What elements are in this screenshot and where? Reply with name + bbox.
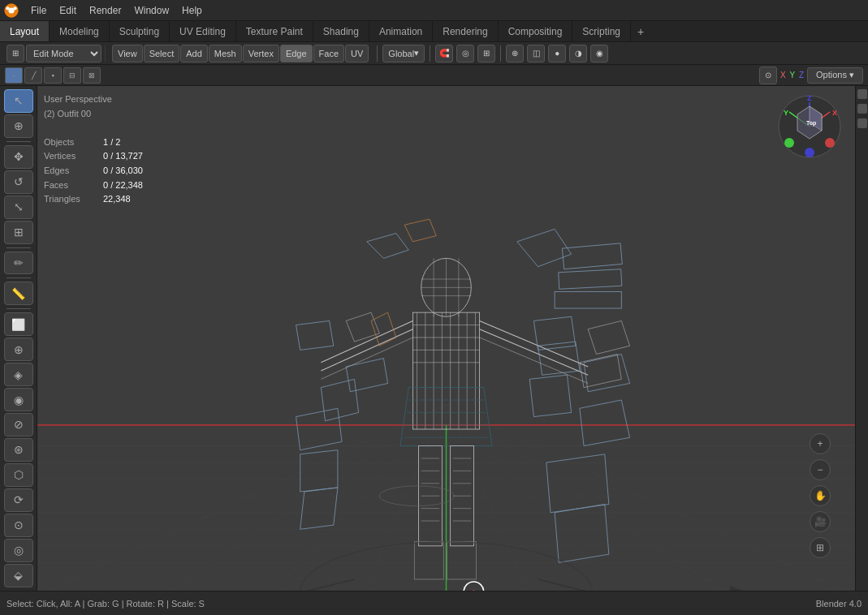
mode-icon: ⊞ (6, 45, 24, 62)
inset-tool[interactable]: ◈ (4, 363, 33, 386)
svg-text:Y: Y (784, 109, 788, 117)
mode-select[interactable]: Edit Mode Object Mode Sculpt Mode (26, 45, 101, 62)
separator-3 (500, 45, 501, 62)
tool-separator-4 (6, 308, 31, 309)
camera-gizmo[interactable]: 🎥 (810, 511, 831, 532)
svg-text:Top: Top (806, 120, 816, 127)
zoom-in-gizmo[interactable]: + (810, 433, 831, 454)
uv-menu[interactable]: UV (345, 45, 369, 62)
zoom-out-gizmo[interactable]: − (810, 459, 831, 480)
rendered-shading[interactable]: ◉ (590, 45, 608, 62)
gizmo-overlay: + − ✋ 🎥 ⊞ (810, 433, 831, 558)
menu-render[interactable]: Render (83, 3, 127, 18)
grid-gizmo[interactable]: ⊞ (810, 537, 831, 558)
smooth-tool[interactable]: ⊙ (4, 514, 33, 537)
tool-separator-2 (6, 247, 31, 248)
tab-animation[interactable]: Animation (369, 21, 433, 41)
scale-tool[interactable]: ⤡ (4, 196, 33, 219)
vertex-select-mode[interactable]: · (5, 67, 23, 84)
right-panel-tool-3[interactable] (857, 118, 867, 128)
magnet-icon[interactable]: 🧲 (435, 45, 453, 62)
edge-menu[interactable]: Edge (280, 45, 313, 62)
svg-point-116 (825, 138, 835, 148)
face-menu[interactable]: Face (313, 45, 344, 62)
options-button[interactable]: Options ▾ (807, 67, 863, 84)
tab-texture-paint[interactable]: Texture Paint (236, 21, 313, 41)
edge-select-mode[interactable]: ╱ (24, 67, 42, 84)
tab-modeling[interactable]: Modeling (50, 21, 110, 41)
face-select-mode[interactable]: ▪ (44, 67, 62, 84)
right-panel-tool-2[interactable] (857, 104, 867, 114)
move-tool[interactable]: ✥ (4, 145, 33, 169)
shrink-tool[interactable]: ◎ (4, 539, 33, 562)
transform-pivot[interactable]: ⊙ (759, 67, 777, 84)
poly-build-tool[interactable]: ⬡ (4, 463, 33, 487)
status-right: Blender 4.0 (816, 599, 862, 609)
spin-tool[interactable]: ⟳ (4, 488, 33, 512)
add-workspace-button[interactable]: + (631, 24, 650, 40)
transform-tool[interactable]: ⊞ (4, 221, 33, 244)
add-cube-tool[interactable]: ⬜ (4, 312, 33, 336)
menu-bar: File Edit Render Window Help (0, 0, 868, 21)
main-content: ↖ ⊕ ✥ ↺ ⤡ ⊞ ✏ 📏 ⬜ ⊕ ◈ ◉ ⊘ ⊛ ⬡ ⟳ ⊙ ◎ ⬙ (0, 86, 868, 591)
scene-canvas (37, 86, 855, 591)
mesh-menu[interactable]: Mesh (209, 45, 242, 62)
right-panel-tool-1[interactable] (857, 89, 867, 99)
separator-2 (430, 45, 430, 62)
tab-shading[interactable]: Shading (313, 21, 369, 41)
tab-scripting[interactable]: Scripting (572, 21, 631, 41)
annotate-tool[interactable]: ✏ (4, 252, 33, 275)
tab-rendering[interactable]: Rendering (433, 21, 498, 41)
nav-cube[interactable]: X Y Z Top (777, 94, 842, 159)
measure-tool[interactable]: 📏 (4, 282, 33, 305)
vertex-menu[interactable]: Vertex (243, 45, 279, 62)
loop-cut-tool[interactable]: ⊘ (4, 413, 33, 437)
viewport[interactable]: User Perspective (2) Outfit 00 Objects 1… (37, 86, 855, 591)
select-tool[interactable]: ↖ (4, 89, 33, 113)
global-selector[interactable]: Global ▾ (382, 45, 425, 62)
svg-point-3 (6, 6, 9, 10)
menu-window[interactable]: Window (127, 3, 175, 18)
grid-icon[interactable]: ⊞ (477, 45, 495, 62)
overlay-icon[interactable]: ⊕ (506, 45, 524, 62)
workspace-tabs: Layout Modeling Sculpting UV Editing Tex… (0, 21, 868, 42)
menu-edit[interactable]: Edit (53, 3, 83, 18)
solid-shading[interactable]: ● (548, 45, 566, 62)
bevel-tool[interactable]: ◉ (4, 388, 33, 411)
knife-tool[interactable]: ⊛ (4, 438, 33, 462)
rotate-tool[interactable]: ↺ (4, 170, 33, 194)
svg-text:X: X (832, 109, 837, 117)
combined-mode-2[interactable]: ⊠ (83, 67, 101, 84)
add-menu[interactable]: Add (180, 45, 208, 62)
mode-group: ⊞ Edit Mode Object Mode Sculpt Mode (3, 45, 106, 62)
tool-separator-3 (6, 277, 31, 278)
left-toolbar: ↖ ⊕ ✥ ↺ ⤡ ⊞ ✏ 📏 ⬜ ⊕ ◈ ◉ ⊘ ⊛ ⬡ ⟳ ⊙ ◎ ⬙ (0, 86, 37, 591)
viewport-menus: View Select Add Mesh Vertex Edge Face UV (109, 45, 372, 62)
menu-help[interactable]: Help (175, 3, 209, 18)
global-label: Global (388, 49, 414, 58)
view-menu[interactable]: View (112, 45, 143, 62)
material-shading[interactable]: ◑ (569, 45, 587, 62)
menu-file[interactable]: File (24, 3, 53, 18)
svg-point-117 (784, 138, 794, 148)
x-axis-label: X (780, 71, 786, 80)
cursor-tool[interactable]: ⊕ (4, 114, 33, 138)
combined-mode-1[interactable]: ⊟ (63, 67, 81, 84)
tab-uv-editing[interactable]: UV Editing (170, 21, 236, 41)
shear-tool[interactable]: ⬙ (4, 564, 33, 587)
mesh-select-icons: · ╱ ▪ ⊟ ⊠ (5, 67, 101, 84)
header-toolbar: ⊞ Edit Mode Object Mode Sculpt Mode View… (0, 42, 868, 65)
move-gizmo[interactable]: ✋ (810, 485, 831, 506)
status-bar: Select: Click, All: A | Grab: G | Rotate… (0, 591, 868, 615)
svg-text:Z: Z (807, 94, 812, 102)
secondary-strip: · ╱ ▪ ⊟ ⊠ ⊙ X Y Z Options ▾ (0, 65, 868, 86)
right-panel (855, 86, 868, 591)
proportional-icon[interactable]: ◎ (456, 45, 474, 62)
tab-layout[interactable]: Layout (0, 21, 50, 41)
tab-sculpting[interactable]: Sculpting (110, 21, 170, 41)
xray-icon[interactable]: ◫ (527, 45, 545, 62)
tab-compositing[interactable]: Compositing (499, 21, 573, 41)
status-left: Select: Click, All: A | Grab: G | Rotate… (6, 599, 205, 609)
extrude-tool[interactable]: ⊕ (4, 338, 33, 361)
select-menu[interactable]: Select (144, 45, 180, 62)
